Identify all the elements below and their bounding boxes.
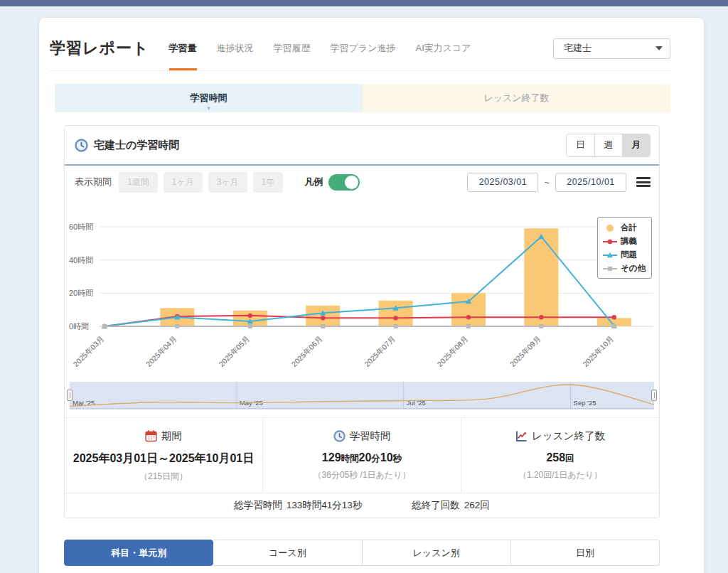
date-range: ~ [467, 173, 651, 192]
navigator-left-handle[interactable] [67, 390, 73, 401]
svg-text:2025年04月: 2025年04月 [144, 334, 178, 368]
nav-tab-plan[interactable]: 学習プラン進捗 [331, 26, 396, 70]
tab-by-subject[interactable]: 科目・単元別 [64, 540, 213, 566]
tab-by-day[interactable]: 日別 [511, 540, 660, 566]
totals-row: 総学習時間133時間41分13秒 総終了回数262回 [65, 493, 659, 518]
tab-study-time[interactable]: 学習時間 ▾ [55, 84, 363, 112]
page-title: 学習レポート [50, 26, 149, 70]
tab-lessons-finished[interactable]: レッスン終了数 [363, 84, 670, 112]
legend-item[interactable]: その他 [603, 262, 646, 275]
svg-text:Jul '25: Jul '25 [407, 399, 426, 407]
granularity-month-button[interactable]: 月 [622, 134, 650, 156]
navigator-right-handle[interactable] [651, 390, 657, 401]
legend-label: 講義 [621, 236, 637, 247]
svg-text:2025年06月: 2025年06月 [289, 334, 323, 368]
tab-study-time-label: 学習時間 [191, 92, 228, 105]
legend-marker-icon [603, 252, 617, 259]
svg-text:2025年09月: 2025年09月 [508, 334, 542, 368]
nav-tab-gakushuryo[interactable]: 学習量 [169, 26, 197, 70]
summary-card-title: 期間 [161, 429, 182, 443]
course-select[interactable]: 宅建士 [553, 38, 670, 59]
course-select-value: 宅建士 [564, 42, 655, 55]
svg-text:40時間: 40時間 [69, 256, 93, 264]
calendar-icon [145, 430, 157, 442]
nav-tab-ai-score[interactable]: AI実力スコア [415, 26, 471, 70]
period-3months-button[interactable]: 3ヶ月 [208, 172, 247, 193]
trend-icon [515, 430, 528, 442]
granularity-week-button[interactable]: 週 [594, 134, 622, 156]
date-to-input[interactable] [555, 173, 626, 192]
summary-card-value: 258回 [467, 451, 653, 465]
main-nav: 学習量 進捗状況 学習履歴 学習プラン進捗 AI実力スコア [169, 26, 491, 70]
legend-item[interactable]: 講義 [603, 235, 646, 248]
view-tabs: 学習時間 ▾ レッスン終了数 [55, 84, 670, 112]
clock-icon [75, 139, 88, 152]
summary-card-study-time: 学習時間 129時間20分10秒 （36分05秒 /1日あたり） [262, 418, 461, 493]
legend-item[interactable]: 問題 [603, 248, 646, 262]
panel-header: 宅建士の学習時間 日 週 月 [65, 126, 659, 166]
nav-tab-rireki[interactable]: 学習履歴 [274, 26, 311, 70]
total-finished-count: 総終了回数262回 [412, 499, 490, 512]
legend-marker-icon [603, 225, 617, 232]
tab-caret-icon: ▾ [207, 105, 210, 112]
toggle-knob [345, 176, 358, 189]
navigator-chart: Mar '25May '25Jul '25Sep '25 [70, 382, 654, 410]
legend-toggle-label: 凡例 [304, 176, 323, 188]
period-1month-button[interactable]: 1ヶ月 [164, 172, 203, 193]
svg-text:2025年08月: 2025年08月 [435, 334, 469, 368]
svg-text:0時間: 0時間 [69, 322, 89, 331]
summary-card-value: 129時間20分10秒 [269, 451, 455, 465]
chevron-down-icon [655, 46, 663, 50]
summary-card-sub: （36分05秒 /1日あたり） [269, 469, 455, 481]
breakdown-tabs: 科目・単元別 コース別 レッスン別 日別 [64, 540, 660, 566]
svg-text:2025年10月: 2025年10月 [581, 334, 615, 368]
nav-tab-shinchoku[interactable]: 進捗状況 [217, 26, 254, 70]
legend-label: その他 [621, 263, 646, 274]
svg-text:20時間: 20時間 [69, 289, 93, 297]
study-time-chart[interactable]: 0時間20時間40時間60時間2025年03月2025年04月2025年05月2… [65, 201, 659, 377]
chart-title: 宅建士の学習時間 [94, 139, 179, 152]
svg-text:2025年07月: 2025年07月 [363, 334, 397, 368]
summary-card-sub: （215日間） [70, 471, 257, 483]
filter-row: 表示期間 1週間 1ヶ月 3ヶ月 1年 凡例 ~ [65, 166, 659, 198]
browser-top-bar [0, 0, 728, 6]
clock-icon [333, 430, 346, 442]
date-range-separator: ~ [544, 177, 550, 188]
period-1week-button[interactable]: 1週間 [119, 172, 158, 193]
legend-label: 合計 [621, 223, 637, 233]
legend-toggle[interactable] [328, 174, 360, 191]
legend-marker-icon [603, 238, 617, 245]
granularity-day-button[interactable]: 日 [567, 134, 594, 156]
svg-text:60時間: 60時間 [69, 223, 93, 231]
tab-by-course[interactable]: コース別 [213, 540, 362, 566]
tab-by-lesson[interactable]: レッスン別 [363, 540, 511, 566]
legend-label: 問題 [621, 250, 637, 260]
display-period-label: 表示期間 [75, 176, 112, 188]
chart-legend: 合計講義問題その他 [597, 217, 652, 279]
report-header: 学習レポート 学習量 進捗状況 学習履歴 学習プラン進捗 AI実力スコア 宅建士 [50, 26, 670, 71]
summary-card-sub: （1.20回/1日あたり） [467, 469, 653, 481]
chart-menu-icon[interactable] [636, 177, 651, 187]
svg-text:Sep '25: Sep '25 [574, 399, 596, 407]
legend-item[interactable]: 合計 [603, 221, 646, 235]
date-from-input[interactable] [467, 173, 538, 192]
svg-text:2025年05月: 2025年05月 [217, 334, 251, 368]
summary-card-title: レッスン終了数 [532, 429, 605, 443]
chart-area: 0時間20時間40時間60時間2025年03月2025年04月2025年05月2… [65, 198, 659, 380]
summary-card-lessons: レッスン終了数 258回 （1.20回/1日あたり） [461, 418, 659, 493]
summary-card-period: 期間 2025年03月01日～2025年10月01日 （215日間） [65, 418, 262, 493]
total-study-time: 総学習時間133時間41分13秒 [234, 499, 362, 512]
tab-lessons-finished-label: レッスン終了数 [483, 92, 549, 105]
report-card: 学習レポート 学習量 進捗状況 学習履歴 学習プラン進捗 AI実力スコア 宅建士… [39, 18, 704, 573]
legend-marker-icon [603, 265, 617, 272]
granularity-segmented-control: 日 週 月 [566, 134, 651, 157]
page-background: 学習レポート 学習量 進捗状況 学習履歴 学習プラン進捗 AI実力スコア 宅建士… [0, 6, 728, 573]
summary-card-title: 学習時間 [350, 429, 391, 443]
summary-card-value: 2025年03月01日～2025年10月01日 [70, 451, 257, 466]
svg-text:2025年03月: 2025年03月 [71, 334, 105, 368]
range-navigator[interactable]: Mar '25May '25Jul '25Sep '25 [70, 382, 654, 410]
period-1year-button[interactable]: 1年 [253, 172, 284, 193]
summary-row: 期間 2025年03月01日～2025年10月01日 （215日間） 学習時間 … [65, 417, 659, 493]
study-time-panel: 宅建士の学習時間 日 週 月 表示期間 1週間 1ヶ月 3ヶ月 1年 凡例 ~ [64, 125, 660, 518]
